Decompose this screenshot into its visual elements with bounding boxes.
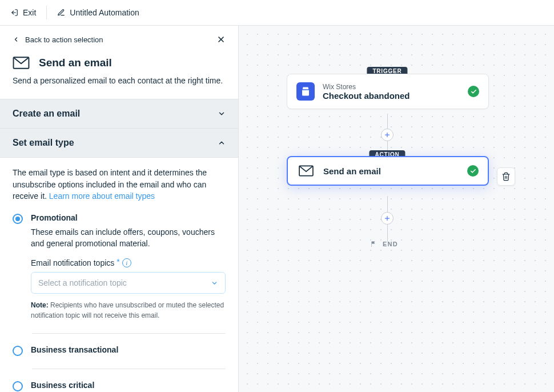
- action-title: Send an email: [39, 57, 112, 69]
- info-icon[interactable]: i: [122, 258, 131, 267]
- delete-step-button[interactable]: [497, 167, 515, 186]
- add-step-button[interactable]: [381, 129, 394, 141]
- mail-icon: [297, 165, 315, 177]
- topic-label: Email notification topics * i: [31, 258, 226, 267]
- end-marker: END: [370, 241, 398, 247]
- check-icon: [467, 165, 479, 177]
- automation-canvas[interactable]: TRIGGER Wix Stores Checkout abandoned: [239, 26, 554, 392]
- action-node[interactable]: Send an email: [287, 156, 489, 186]
- trigger-node[interactable]: Wix Stores Checkout abandoned: [287, 74, 489, 109]
- topic-select-placeholder: Select a notification topic: [38, 278, 127, 287]
- mail-icon: [13, 57, 30, 69]
- chevron-down-icon: [211, 279, 218, 287]
- action-description: Send a personalized email to each contac…: [13, 75, 226, 86]
- pencil-icon: [57, 9, 65, 17]
- flag-icon: [370, 241, 377, 247]
- topic-note: Note: Recipients who have unsubscribed o…: [31, 301, 226, 321]
- radio-promotional-label: Promotional: [31, 213, 226, 222]
- radio-business-transactional-label: Business transactional: [31, 345, 118, 356]
- back-button[interactable]: Back to action selection: [13, 35, 103, 44]
- topic-select[interactable]: Select a notification topic: [31, 272, 226, 294]
- add-step-button[interactable]: [381, 212, 394, 225]
- radio-business-critical-label: Business critical: [31, 381, 94, 391]
- separator: [32, 333, 226, 334]
- email-type-description: The email type is based on intent and it…: [13, 167, 226, 202]
- chevron-left-icon: [13, 36, 19, 43]
- section-email-type[interactable]: Set email type: [0, 128, 238, 158]
- radio-promotional-input[interactable]: [13, 213, 23, 321]
- action-node-title: Send an email: [323, 166, 459, 176]
- section-create-email-title: Create an email: [13, 109, 80, 119]
- radio-business-critical: Business critical: [13, 378, 226, 392]
- trigger-source: Wix Stores: [323, 83, 460, 91]
- exit-button[interactable]: Exit: [10, 6, 47, 19]
- wix-stores-icon: [296, 82, 315, 101]
- chevron-up-icon: [218, 139, 226, 147]
- chevron-down-icon: [218, 110, 226, 118]
- close-button[interactable]: [216, 35, 226, 44]
- radio-business-critical-input[interactable]: [13, 381, 23, 391]
- section-email-type-title: Set email type: [13, 138, 74, 148]
- radio-promotional: Promotional These emails can include off…: [13, 211, 226, 323]
- end-label: END: [383, 241, 398, 247]
- learn-more-link[interactable]: Learn more about email types: [49, 191, 155, 201]
- exit-label: Exit: [23, 8, 36, 17]
- back-label: Back to action selection: [25, 35, 103, 44]
- radio-promotional-desc: These emails can include offers, coupons…: [31, 227, 226, 249]
- exit-icon: [10, 9, 18, 17]
- separator: [32, 369, 226, 369]
- connector-line: [387, 225, 388, 242]
- trigger-title: Checkout abandoned: [323, 91, 460, 101]
- config-sidebar: Back to action selection Send an email S…: [0, 26, 239, 392]
- required-indicator: *: [117, 257, 119, 266]
- automation-title: Untitled Automation: [70, 8, 139, 17]
- radio-business-transactional-input[interactable]: [13, 345, 23, 356]
- automation-title-button[interactable]: Untitled Automation: [57, 8, 139, 17]
- top-bar: Exit Untitled Automation: [0, 0, 554, 26]
- radio-business-transactional: Business transactional: [13, 343, 226, 358]
- section-create-email[interactable]: Create an email: [0, 99, 238, 128]
- check-icon: [468, 86, 479, 97]
- section-email-type-body: The email type is based on intent and it…: [0, 158, 238, 392]
